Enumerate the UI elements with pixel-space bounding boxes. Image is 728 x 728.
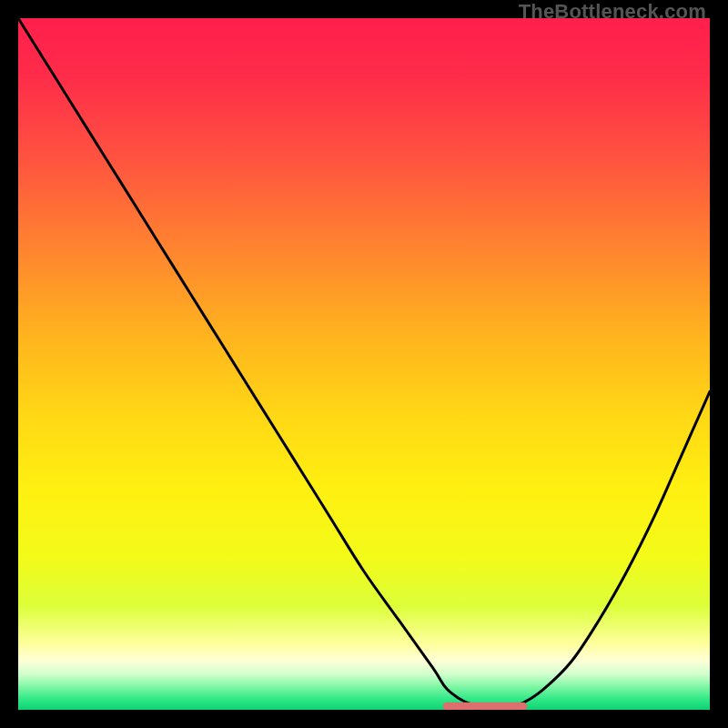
chart-frame: TheBottleneck.com <box>0 0 728 728</box>
watermark-text: TheBottleneck.com <box>519 0 706 24</box>
bottleneck-curve <box>18 18 710 707</box>
curve-layer <box>18 18 710 710</box>
plot-area <box>18 18 710 710</box>
